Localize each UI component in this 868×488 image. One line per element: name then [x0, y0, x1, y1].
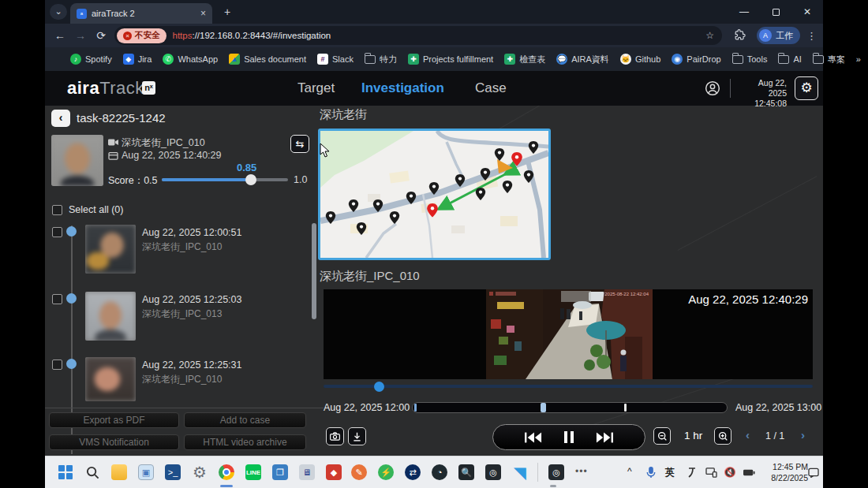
address-bar[interactable]: × 不安全 https://192.168.0.2:8443/#/investi… — [114, 26, 722, 45]
window-minimize-button[interactable]: — — [728, 0, 760, 24]
add-to-case-button[interactable]: Add to case — [184, 412, 306, 428]
pause-button[interactable] — [563, 431, 574, 443]
not-secure-badge[interactable]: × 不安全 — [117, 28, 166, 43]
vscode-icon[interactable]: ◥ — [511, 463, 529, 482]
bookmark-github[interactable]: 🐱Github — [620, 54, 660, 65]
ime-mode-icon[interactable] — [683, 463, 702, 482]
green-flash-app-icon[interactable]: ⚡ — [376, 463, 395, 482]
red-app-icon[interactable]: ◆ — [324, 463, 343, 482]
browser-tab[interactable]: a airaTrack 2 × — [70, 3, 212, 24]
vms-notification-button[interactable]: VMS Notification — [49, 434, 179, 450]
zoom-out-button[interactable] — [653, 427, 671, 445]
extensions-icon[interactable] — [730, 29, 750, 43]
taskbar-more-icon[interactable]: ••• — [575, 466, 588, 477]
microphone-icon[interactable] — [642, 463, 660, 482]
vmware-icon[interactable]: ❐ — [271, 463, 290, 482]
browser-menu-icon[interactable]: ⋮ — [806, 30, 817, 42]
profile-button[interactable]: A 工作 — [757, 27, 800, 44]
skip-back-button[interactable] — [525, 432, 542, 443]
bookmark-aira-docs[interactable]: 💬AIRA資料 — [556, 54, 609, 65]
html-video-archive-button[interactable]: HTML video archive — [184, 434, 306, 450]
skip-forward-button[interactable] — [596, 432, 613, 443]
score-slider-handle[interactable] — [245, 174, 256, 185]
user-icon[interactable] — [705, 80, 720, 96]
bookmark-whatsapp[interactable]: ✆WhatsApp — [163, 54, 218, 65]
snapshot-button[interactable] — [326, 427, 344, 445]
result-row[interactable]: Aug 22, 2025 12:00:51 深坑老街_IPC_010 — [45, 225, 324, 280]
bookmark-folder-tools[interactable]: Tools — [732, 54, 768, 64]
tab-target[interactable]: Target — [297, 80, 335, 96]
obs-icon[interactable]: ◔ — [430, 463, 449, 482]
download-button[interactable] — [348, 427, 366, 445]
score-slider[interactable] — [162, 178, 288, 181]
result-checkbox[interactable] — [52, 294, 62, 304]
result-checkbox[interactable] — [52, 227, 62, 237]
notification-center-icon[interactable] — [804, 463, 823, 482]
bookmarks-overflow-icon[interactable]: » — [856, 54, 861, 64]
tab-search-chevron-icon[interactable]: ⌄ — [50, 4, 67, 20]
orange-app-icon[interactable]: ✎ — [350, 463, 369, 482]
reload-button[interactable]: ⟳ — [91, 29, 111, 42]
everything-search-icon[interactable]: 🔍 — [457, 463, 476, 482]
bookmark-checklist[interactable]: ✚檢查表 — [504, 54, 545, 65]
result-thumbnail[interactable] — [85, 225, 136, 274]
settings-gear-button[interactable]: ⚙ — [795, 76, 818, 100]
line-app-icon[interactable]: LINE — [244, 463, 263, 482]
media-app-icon[interactable]: ▣ — [137, 463, 155, 482]
settings-icon[interactable]: ⚙ — [190, 463, 209, 482]
apps-grid-icon[interactable] — [53, 54, 54, 64]
result-thumbnail[interactable] — [85, 357, 136, 401]
video-player[interactable]: 2025-08-22 12:42:04 Aug 22, 2025 12:40:2… — [324, 289, 813, 379]
battery-icon[interactable] — [739, 463, 758, 482]
video-progress-slider[interactable] — [324, 385, 813, 388]
running-app-icon[interactable]: ◎ — [547, 463, 566, 482]
map[interactable] — [318, 129, 551, 260]
window-close-button[interactable]: ✕ — [791, 0, 823, 24]
bookmark-sales-document[interactable]: ▲Sales document — [229, 54, 306, 65]
new-tab-button[interactable]: + — [220, 6, 234, 20]
teamviewer-icon[interactable]: ⇄ — [403, 463, 422, 482]
result-checkbox[interactable] — [52, 359, 62, 370]
forward-button[interactable]: → — [70, 29, 91, 42]
tab-close-icon[interactable]: × — [200, 8, 206, 19]
result-row[interactable]: Aug 22, 2025 12:25:31 深坑老街_IPC_010 — [45, 357, 324, 412]
taskbar-clock[interactable]: 12:45 PM 8/22/2025 — [759, 461, 808, 483]
bookmark-folder-project[interactable]: 專案 — [813, 54, 845, 65]
volume-muted-icon[interactable]: 🔇 — [720, 463, 739, 482]
video-progress-handle[interactable] — [374, 382, 384, 392]
back-button[interactable]: ← — [50, 29, 70, 42]
bookmark-slack[interactable]: #Slack — [317, 54, 354, 65]
timeline-bar[interactable] — [412, 402, 728, 413]
window-restore-button[interactable] — [760, 0, 791, 24]
bookmark-folder-teli[interactable]: 特力 — [365, 54, 397, 65]
tab-case[interactable]: Case — [475, 80, 507, 96]
start-button[interactable] — [56, 463, 75, 482]
result-thumbnail[interactable] — [85, 292, 136, 341]
tab-investigation[interactable]: Investigation — [361, 80, 444, 96]
bookmark-projects-fulfillment[interactable]: ✚Projects fulfillment — [408, 54, 493, 65]
remote-desktop-icon[interactable]: 🖥 — [297, 463, 316, 482]
select-all-checkbox[interactable] — [52, 205, 62, 215]
tray-expand-icon[interactable]: ^ — [627, 466, 632, 477]
target-face-thumbnail[interactable] — [51, 135, 103, 186]
taskbar-search-icon[interactable] — [83, 463, 102, 482]
bookmark-folder-ai[interactable]: AI — [778, 54, 801, 64]
switch-target-button[interactable]: ⇆ — [290, 135, 309, 153]
result-row[interactable]: Aug 22, 2025 12:25:03 深坑老街_IPC_013 — [45, 292, 324, 347]
camera-app-icon[interactable]: ◎ — [484, 463, 503, 482]
powershell-icon[interactable]: >_ — [163, 463, 182, 482]
chrome-icon[interactable] — [217, 463, 236, 482]
export-pdf-button[interactable]: Export as PDF — [49, 412, 179, 428]
back-to-tasks-button[interactable]: ‹ — [51, 110, 70, 127]
zoom-in-button[interactable] — [714, 427, 731, 445]
ime-language-indicator[interactable]: 英 — [665, 466, 675, 479]
bookmark-pairdrop[interactable]: ◉PairDrop — [672, 54, 720, 65]
bookmark-star-icon[interactable]: ☆ — [705, 30, 714, 41]
bookmark-spotify[interactable]: ♪Spotify — [70, 54, 112, 65]
page-next-button[interactable]: › — [801, 428, 805, 441]
timeline-handle[interactable] — [541, 403, 546, 412]
page-prev-button[interactable]: ‹ — [746, 428, 750, 441]
cast-screen-icon[interactable] — [702, 463, 720, 482]
sidebar-scrollbar[interactable] — [312, 223, 316, 319]
file-explorer-icon[interactable] — [110, 463, 129, 482]
